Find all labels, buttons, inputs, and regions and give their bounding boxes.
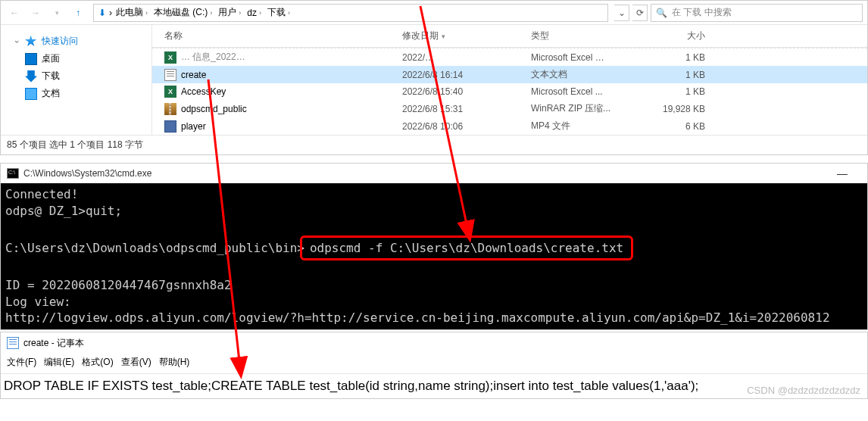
crumb-downloads[interactable]: 下载› (265, 6, 292, 19)
menu-help[interactable]: 帮助(H) (159, 356, 190, 369)
file-date: 2022/6/8 16:14 (395, 70, 523, 80)
search-placeholder: 在 下载 中搜索 (672, 6, 732, 19)
arrow-down-icon[interactable]: ⬇ (97, 4, 108, 22)
menu-file[interactable]: 文件(F) (7, 356, 36, 369)
xls-icon: X (164, 86, 176, 98)
mp4-icon (164, 120, 176, 133)
file-type: Microsoft Excel … (523, 52, 645, 63)
crumb-users[interactable]: 用户› (216, 6, 243, 19)
file-type: MP4 文件 (523, 120, 645, 133)
forward-button[interactable]: → (27, 4, 45, 22)
sidebar-item-label: 文档 (42, 87, 60, 100)
file-type: 文本文档 (523, 68, 645, 81)
xls-icon: X (164, 51, 176, 64)
notepad-title-bar: create - 记事本 (1, 332, 867, 354)
file-explorer-window: ← → ▾ ↑ ⬇ › 此电脑› 本地磁盘 (C:)› 用户› dz› 下载› … (0, 0, 868, 155)
file-name: odpscmd_public (181, 104, 247, 114)
cmd-text-after: ID = 20220608120447467gsnnxh8a2 Log view… (5, 278, 830, 325)
crumb-dz[interactable]: dz› (245, 8, 264, 18)
address-dropdown[interactable]: ⌄ (614, 5, 629, 21)
file-date: 2022/6/8 15:40 (395, 86, 523, 97)
sidebar-item-label: 桌面 (42, 52, 60, 65)
highlighted-command: odpscmd -f C:\Users\dz\Downloads\create.… (300, 235, 633, 261)
file-name: create (181, 70, 206, 80)
sidebar-item-label: 快速访问 (42, 35, 78, 48)
file-type: Microsoft Excel ... (523, 86, 645, 97)
sidebar-documents[interactable]: 文档 (1, 85, 151, 102)
breadcrumb[interactable]: ⬇ › 此电脑› 本地磁盘 (C:)› 用户› dz› 下载› (93, 4, 608, 22)
file-name: AccessKey (181, 86, 226, 97)
menu-view[interactable]: 查看(V) (121, 356, 151, 369)
search-input[interactable]: 🔍 在 下载 中搜索 (651, 4, 863, 22)
search-icon: 🔍 (656, 8, 667, 18)
up-button[interactable]: ↑ (69, 4, 87, 22)
column-size[interactable]: 大小 (645, 25, 713, 47)
file-date: 2022/6/8 15:31 (395, 104, 523, 114)
download-icon (25, 70, 37, 83)
zip-icon (164, 103, 176, 115)
file-row[interactable]: XAccessKey2022/6/8 15:40Microsoft Excel … (152, 83, 867, 100)
sidebar-item-label: 下载 (42, 70, 60, 83)
column-headers: 名称 修改日期 类型 大小 (152, 25, 867, 48)
column-date[interactable]: 修改日期 (395, 25, 523, 47)
notepad-content[interactable]: DROP TABLE IF EXISTS test_table;CREATE T… (1, 373, 867, 398)
cmd-title-text: C:\Windows\System32\cmd.exe (23, 168, 151, 179)
column-type[interactable]: 类型 (523, 25, 645, 47)
star-icon (25, 36, 37, 48)
cmd-output[interactable]: Connected! odps@ DZ_1>quit; C:\Users\dz\… (1, 183, 867, 329)
file-name: … 信息_2022… (181, 51, 245, 64)
file-date: 2022/6/8 10:06 (395, 121, 523, 132)
cmd-text-before: Connected! odps@ DZ_1>quit; (5, 187, 122, 218)
file-date: 2022/… (395, 52, 523, 63)
file-row[interactable]: create2022/6/8 16:14文本文档1 KB (152, 66, 867, 83)
column-name[interactable]: 名称 (152, 25, 395, 47)
watermark: CSDN @dzdzdzdzdzdzdz (747, 385, 860, 396)
sidebar: 快速访问 桌面 下载 文档 (1, 25, 152, 135)
file-type: WinRAR ZIP 压缩... (523, 102, 645, 115)
crumb-pc[interactable]: 此电脑› (114, 6, 150, 19)
file-size: 1 KB (645, 70, 713, 80)
file-size: 6 KB (645, 121, 713, 132)
notepad-window: create - 记事本 文件(F) 编辑(E) 格式(O) 查看(V) 帮助(… (0, 332, 868, 399)
cmd-title-bar: C:\Windows\System32\cmd.exe — (1, 164, 867, 183)
sidebar-desktop[interactable]: 桌面 (1, 50, 151, 67)
recent-dropdown[interactable]: ▾ (48, 4, 66, 22)
file-row[interactable]: odpscmd_public2022/6/8 15:31WinRAR ZIP 压… (152, 100, 867, 117)
sidebar-downloads[interactable]: 下载 (1, 67, 151, 85)
notepad-menu: 文件(F) 编辑(E) 格式(O) 查看(V) 帮助(H) (1, 354, 867, 373)
address-bar: ← → ▾ ↑ ⬇ › 此电脑› 本地磁盘 (C:)› 用户› dz› 下载› … (1, 1, 867, 25)
status-bar: 85 个项目 选中 1 个项目 118 字节 (1, 135, 867, 154)
desktop-icon (25, 53, 37, 65)
file-row[interactable]: X… 信息_2022… 2022/…Microsoft Excel …1 KB (152, 48, 867, 66)
file-list: 名称 修改日期 类型 大小 X… 信息_2022… 2022/…Microsof… (152, 25, 867, 135)
notepad-icon (7, 337, 19, 349)
crumb-drive[interactable]: 本地磁盘 (C:)› (151, 6, 214, 19)
notepad-title-text: create - 记事本 (23, 337, 84, 350)
refresh-button[interactable]: ⟳ (632, 5, 648, 21)
cmd-prompt: C:\Users\dz\Downloads\odpscmd_public\bin… (5, 241, 304, 255)
file-size: 19,928 KB (645, 104, 713, 114)
back-button[interactable]: ← (5, 4, 23, 22)
file-size: 1 KB (645, 86, 713, 97)
cmd-icon (7, 168, 19, 179)
file-name: player (181, 121, 206, 132)
file-size: 1 KB (645, 52, 713, 63)
file-row[interactable]: player2022/6/8 10:06MP4 文件6 KB (152, 117, 867, 135)
sidebar-quick-access[interactable]: 快速访问 (1, 33, 151, 50)
document-icon (25, 88, 37, 100)
minimize-button[interactable]: — (823, 167, 861, 179)
cmd-window: C:\Windows\System32\cmd.exe — Connected!… (0, 163, 868, 330)
menu-format[interactable]: 格式(O) (82, 356, 113, 369)
menu-edit[interactable]: 编辑(E) (44, 356, 74, 369)
chevron-right-icon: › (109, 8, 112, 18)
txt-icon (164, 69, 176, 81)
